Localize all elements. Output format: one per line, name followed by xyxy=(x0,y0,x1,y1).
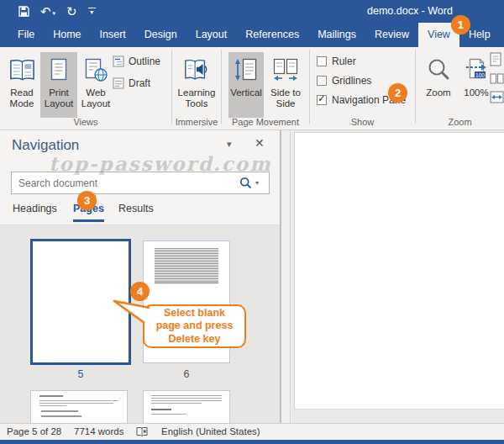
views-group-label: Views xyxy=(0,117,171,127)
search-icon xyxy=(239,177,252,189)
gridlines-checkbox-box xyxy=(317,76,327,86)
print-layout-label: Print Layout xyxy=(40,87,77,109)
ruler-label: Ruler xyxy=(332,56,356,67)
ribbon-group-zoom: Zoom 100 100% xyxy=(416,47,504,130)
nav-tab-results[interactable]: Results xyxy=(118,203,154,219)
tab-file[interactable]: File xyxy=(8,23,44,47)
tab-view-label: View xyxy=(428,29,450,40)
outline-button[interactable]: Outline xyxy=(113,56,160,67)
tab-home[interactable]: Home xyxy=(44,23,90,47)
save-button[interactable] xyxy=(18,6,29,17)
navigation-pane: Navigation ▾ ✕ top-password.com ▾ Headin… xyxy=(0,130,281,423)
zoom-100-icon: 100 xyxy=(464,55,489,85)
ribbon: Read Mode Print Layout xyxy=(0,47,504,130)
callout-line-2: page and press xyxy=(156,320,234,333)
nav-tab-headings[interactable]: Headings xyxy=(13,203,57,219)
learning-tools-button[interactable]: Learning Tools xyxy=(176,52,218,118)
ribbon-tab-row: File Home Insert Design Layout Reference… xyxy=(0,23,504,47)
search-box: ▾ xyxy=(11,172,270,194)
page-7-thumbnail[interactable] xyxy=(30,390,128,423)
zoom-100-label: 100% xyxy=(464,87,488,98)
learning-tools-label: Learning Tools xyxy=(176,87,218,109)
gridlines-label: Gridlines xyxy=(332,75,371,87)
document-area xyxy=(291,130,504,423)
page-6-number: 6 xyxy=(143,368,230,380)
tab-mailings[interactable]: Mailings xyxy=(308,23,365,47)
pane-options-chevron-icon[interactable]: ▾ xyxy=(227,139,232,150)
gridlines-checkbox[interactable]: Gridlines xyxy=(317,75,371,87)
web-layout-icon xyxy=(83,55,108,85)
tab-references[interactable]: References xyxy=(236,23,308,47)
side-to-side-button[interactable]: Side to Side xyxy=(265,52,306,118)
document-page[interactable] xyxy=(294,132,504,410)
web-layout-button[interactable]: Web Layout xyxy=(77,52,114,118)
tab-review[interactable]: Review xyxy=(365,23,418,47)
navigation-pane-title: Navigation xyxy=(12,137,79,154)
navigation-pane-checkbox-box: ✓ xyxy=(317,95,327,105)
word-count[interactable]: 7714 words xyxy=(74,424,123,440)
step-badge-1: 1 xyxy=(451,15,470,34)
status-bar: Page 5 of 28 7714 words English (United … xyxy=(0,423,504,440)
undo-dropdown-icon: ▾ xyxy=(53,10,56,16)
one-page-button[interactable] xyxy=(490,52,504,66)
status-bar-accent xyxy=(0,440,504,444)
vertical-button[interactable]: Vertical xyxy=(228,52,264,118)
ribbon-group-page-movement: Vertical xyxy=(222,47,309,130)
multiple-pages-button[interactable] xyxy=(490,73,504,84)
side-to-side-label: Side to Side xyxy=(265,87,306,109)
outline-icon xyxy=(113,56,124,67)
zoom-label: Zoom xyxy=(426,87,450,98)
checkmark-icon: ✓ xyxy=(318,92,326,104)
ruler-checkbox-box xyxy=(317,56,327,66)
callout-tail xyxy=(108,297,154,327)
undo-button[interactable]: ↶▾ xyxy=(40,5,55,18)
pane-resize-divider[interactable] xyxy=(283,130,291,423)
page-8-thumbnail[interactable] xyxy=(143,390,230,423)
step-badge-3: 3 xyxy=(77,191,97,210)
tab-design[interactable]: Design xyxy=(135,23,186,47)
page-movement-group-label: Page Movement xyxy=(222,117,309,127)
page-width-button[interactable] xyxy=(490,91,504,103)
vertical-icon xyxy=(234,55,258,85)
web-layout-label: Web Layout xyxy=(77,87,114,109)
word-window: ↶▾ ↻ ▾ demo.docx - Word File Home Insert… xyxy=(0,0,504,444)
ribbon-group-views: Read Mode Print Layout xyxy=(0,47,171,130)
read-mode-button[interactable]: Read Mode xyxy=(3,52,40,118)
read-mode-label: Read Mode xyxy=(3,87,40,109)
customize-qat-button[interactable]: ▾ xyxy=(88,8,96,16)
callout-line-1: Select blank xyxy=(164,307,225,320)
search-dropdown-icon[interactable]: ▾ xyxy=(255,179,269,187)
ribbon-group-immersive: Learning Tools Immersive xyxy=(172,47,221,130)
proofing-errors-icon xyxy=(136,426,148,437)
side-to-side-icon xyxy=(271,55,300,85)
print-layout-button[interactable]: Print Layout xyxy=(40,52,77,118)
proofing-errors-button[interactable] xyxy=(136,426,148,437)
draft-button[interactable]: Draft xyxy=(113,77,150,89)
page-indicator[interactable]: Page 5 of 28 xyxy=(7,424,61,440)
pane-close-icon[interactable]: ✕ xyxy=(255,136,265,150)
language-indicator[interactable]: English (United States) xyxy=(161,424,260,440)
zoom-icon xyxy=(426,55,451,85)
page-6-content xyxy=(155,248,218,283)
draft-label: Draft xyxy=(129,77,150,89)
tab-view[interactable]: View 1 xyxy=(418,23,459,47)
zoom-button[interactable]: Zoom xyxy=(421,52,456,118)
ruler-checkbox[interactable]: Ruler xyxy=(317,56,356,67)
tab-insert[interactable]: Insert xyxy=(91,23,135,47)
navigation-tabs: Headings Pages Results xyxy=(0,203,281,225)
search-button[interactable] xyxy=(235,177,255,189)
page-width-icon xyxy=(490,91,504,103)
multiple-pages-icon xyxy=(490,73,504,84)
redo-button[interactable]: ↻ xyxy=(66,5,77,18)
vertical-label: Vertical xyxy=(230,87,262,98)
undo-icon: ↶ xyxy=(40,5,51,18)
redo-icon: ↻ xyxy=(66,5,77,18)
quick-access-toolbar: ↶▾ ↻ ▾ xyxy=(18,0,96,23)
title-bar: ↶▾ ↻ ▾ demo.docx - Word xyxy=(0,0,504,23)
tab-layout[interactable]: Layout xyxy=(186,23,237,47)
search-input[interactable] xyxy=(12,177,235,189)
save-icon xyxy=(18,6,29,17)
step-badge-2: 2 xyxy=(388,83,407,103)
print-layout-icon xyxy=(48,55,70,85)
read-mode-icon xyxy=(8,55,36,85)
